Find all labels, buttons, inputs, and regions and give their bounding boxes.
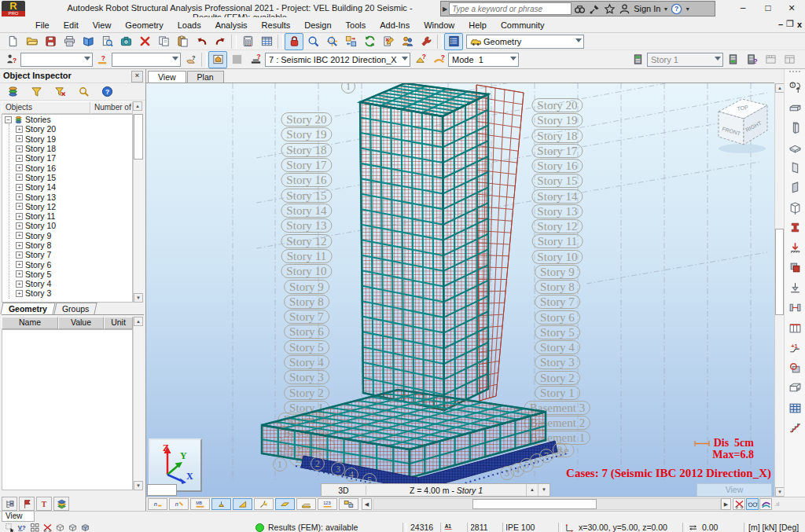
cube-solid-button[interactable] (79, 522, 91, 532)
table-button[interactable] (785, 398, 804, 417)
column-objects[interactable]: Objects (2, 101, 90, 114)
filter-button[interactable] (27, 83, 46, 101)
level-plus-button[interactable]: +1 (785, 339, 804, 358)
mdi-restore-icon[interactable]: ❐ (786, 19, 794, 29)
cut-red-button[interactable] (733, 498, 745, 510)
help-button[interactable]: ? (670, 2, 683, 15)
menu-loads[interactable]: Loads (171, 19, 208, 31)
sign-in-dropdown-icon[interactable]: ▼ (663, 6, 668, 12)
tree-item-story-16[interactable]: +Story 16 (9, 163, 132, 172)
menu-geometry[interactable]: Geometry (118, 19, 170, 31)
bar-query-button[interactable]: ? (93, 51, 112, 68)
expand-icon[interactable]: + (16, 164, 23, 171)
layout-combo[interactable]: Geometry (466, 35, 584, 49)
level-query-button[interactable]: ? (246, 51, 265, 68)
update-green-button[interactable] (360, 33, 379, 50)
expand-icon[interactable]: + (16, 261, 23, 268)
disp-section-button[interactable] (233, 498, 252, 510)
close-button[interactable]: × (780, 2, 803, 15)
copy-button[interactable] (154, 33, 173, 50)
zoom-window-button[interactable] (322, 33, 341, 50)
search-input[interactable] (449, 2, 572, 15)
preview-button[interactable] (79, 33, 97, 50)
sign-in-button[interactable]: Sign In ▼ (618, 2, 668, 15)
column-unit[interactable]: Unit (104, 317, 133, 329)
tree-item-story-7[interactable]: +Story 7 (9, 250, 132, 259)
v-query-button[interactable]: V? (16, 522, 28, 532)
text-red-button[interactable]: T (36, 497, 52, 511)
mode-combo[interactable]: Mode 1 (448, 53, 519, 67)
bar-selection-combo[interactable] (112, 53, 181, 67)
dimension-button[interactable] (785, 299, 804, 317)
level-up-icon[interactable]: ▲ (526, 484, 538, 496)
help-dropdown-icon[interactable]: ▼ (685, 6, 690, 12)
menu-view[interactable]: View (86, 19, 119, 31)
disp-123-button[interactable]: 123 (318, 498, 337, 510)
calc-table-button[interactable] (257, 33, 276, 50)
scroll-right-icon[interactable]: ▶ (721, 498, 731, 510)
tab-geometry[interactable]: Geometry (0, 303, 55, 314)
table-scrollbar[interactable]: ▲ ▼ (133, 317, 144, 490)
release-query-button[interactable]: ? (429, 51, 448, 68)
view-window-button[interactable] (208, 51, 227, 68)
view-manager-button[interactable] (444, 33, 463, 50)
column-name[interactable]: Name (2, 317, 58, 329)
glasses-button[interactable] (746, 498, 759, 510)
disp-support-button[interactable] (211, 498, 231, 510)
expand-icon[interactable]: + (16, 135, 23, 142)
disp-num-button[interactable]: MB (190, 498, 210, 510)
search-small-button[interactable] (74, 83, 93, 101)
redo-button[interactable] (211, 33, 230, 50)
expand-icon[interactable]: + (16, 155, 23, 162)
viewport-hscrollbar[interactable] (373, 498, 721, 510)
stories-list-button[interactable] (3, 83, 22, 101)
expand-icon[interactable]: + (16, 126, 23, 133)
cube-shaded-button[interactable] (66, 522, 79, 532)
level-down-icon[interactable]: ▼ (538, 484, 550, 496)
tab-view[interactable]: View (148, 71, 186, 83)
menu-design[interactable]: Design (297, 19, 338, 31)
bar-button[interactable] (785, 98, 804, 117)
tree-item-story-8[interactable]: +Story 8 (9, 240, 132, 250)
story-green-button[interactable] (628, 51, 647, 68)
find-doc-button[interactable] (97, 33, 116, 50)
wrench-button[interactable] (417, 33, 436, 50)
chevron-down-icon[interactable] (715, 57, 721, 61)
nodes-count[interactable]: 24316 (410, 523, 433, 532)
undo-button[interactable] (192, 33, 211, 50)
view-mode-label[interactable]: 3D (322, 486, 366, 495)
expand-icon[interactable]: + (16, 270, 23, 277)
toolbar-grip[interactable] (789, 71, 800, 76)
filter-x-button[interactable] (50, 83, 69, 101)
collapse-icon[interactable]: − (5, 116, 12, 123)
expand-icon[interactable]: + (16, 145, 23, 152)
bars-count[interactable]: 2811 (470, 523, 488, 532)
section-profile-button[interactable] (785, 218, 804, 237)
tree-item-story-20[interactable]: +Story 20 (9, 124, 132, 134)
hole-button[interactable] (785, 358, 804, 377)
layers-button[interactable] (53, 497, 69, 511)
expand-icon[interactable]: + (16, 232, 23, 239)
minimize-button[interactable]: – (731, 2, 755, 15)
chevron-down-icon[interactable] (172, 57, 178, 61)
viewport-3d[interactable]: Story 20Story 19Story 18Story 17Story 16… (146, 83, 774, 497)
expand-icon[interactable]: + (16, 242, 23, 249)
load-case-combo[interactable]: 7 : Seismic IBC 2012 Direction_X (265, 53, 410, 67)
grid-axes-button[interactable] (785, 318, 804, 337)
tree-item-story-9[interactable]: +Story 9 (9, 231, 132, 240)
render-button[interactable] (759, 498, 772, 510)
story-combo[interactable]: Story 1 (647, 53, 723, 67)
swap-views-button[interactable] (341, 33, 360, 50)
view-corner-button[interactable] (147, 484, 177, 496)
tree-item-story-3[interactable]: +Story 3 (9, 288, 132, 298)
menu-add-ins[interactable]: Add-Ins (373, 19, 417, 31)
chevron-down-icon[interactable] (510, 57, 516, 61)
resize-grip[interactable]: .ıl (774, 501, 779, 508)
disp-panel-button[interactable] (275, 498, 295, 510)
win-next-button[interactable] (780, 51, 799, 68)
tree-root-stories[interactable]: −Stories (2, 115, 132, 124)
menu-results[interactable]: Results (255, 19, 298, 31)
expand-icon[interactable]: + (16, 222, 23, 229)
wall-button[interactable] (785, 158, 804, 177)
view-cube[interactable]: TOPFRONTRIGHT (719, 99, 767, 153)
